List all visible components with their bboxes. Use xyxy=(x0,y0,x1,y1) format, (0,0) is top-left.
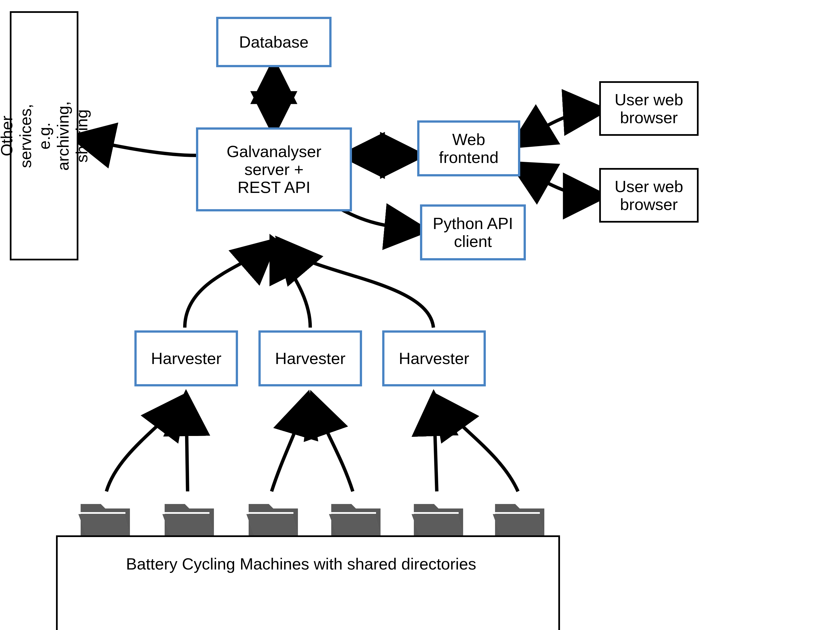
edge-folder6-harvester3 xyxy=(441,403,518,491)
node-python-client: Python API client xyxy=(420,204,526,261)
edge-folder2-harvester1 xyxy=(186,403,188,491)
node-web-frontend: Web frontend xyxy=(417,120,520,177)
edge-folder4-harvester2 xyxy=(315,403,353,491)
node-other-services-label: Other services, e.g. archiving, sharing xyxy=(0,101,91,171)
folder-icon-6 xyxy=(493,504,544,535)
node-harvester-2: Harvester xyxy=(259,330,362,387)
node-database: Database xyxy=(216,17,332,67)
node-bottom-container xyxy=(56,535,560,630)
node-harvester-2-label: Harvester xyxy=(275,349,345,367)
node-user-browser-2: User web browser xyxy=(599,168,699,223)
folder-icon-3 xyxy=(246,504,298,535)
edge-harvester1-server xyxy=(185,246,269,328)
node-harvester-3: Harvester xyxy=(382,330,486,387)
node-python-client-label: Python API client xyxy=(433,215,513,250)
node-server-label: Galvanalyser server + REST API xyxy=(227,142,321,196)
folder-icon-5 xyxy=(412,504,463,535)
folder-icon-1 xyxy=(78,504,130,535)
node-database-label: Database xyxy=(239,33,309,51)
node-user-browser-2-label: User web browser xyxy=(614,177,683,213)
folder-icon-2 xyxy=(163,504,214,535)
node-server: Galvanalyser server + REST API xyxy=(196,127,352,212)
edge-web-browser-1 xyxy=(520,111,596,141)
node-harvester-1-label: Harvester xyxy=(151,349,221,367)
node-web-frontend-label: Web frontend xyxy=(439,131,499,166)
node-harvester-1: Harvester xyxy=(134,330,238,387)
node-user-browser-1: User web browser xyxy=(599,81,699,136)
node-harvester-3-label: Harvester xyxy=(399,349,469,367)
folder-icon-4 xyxy=(329,504,381,535)
edge-folder3-harvester2 xyxy=(272,403,305,491)
node-user-browser-1-label: User web browser xyxy=(614,91,683,126)
edge-server-other-services xyxy=(81,139,196,155)
node-other-services: Other services, e.g. archiving, sharing xyxy=(10,11,78,261)
node-bottom-caption-label: Battery Cycling Machines with shared dir… xyxy=(126,554,476,573)
edge-harvester3-server xyxy=(284,246,433,328)
diagram-stage: Other services, e.g. archiving, sharing … xyxy=(0,0,840,630)
edge-folder1-harvester1 xyxy=(106,403,179,491)
edge-web-browser-2 xyxy=(520,168,596,196)
edge-folder5-harvester3 xyxy=(434,403,437,491)
